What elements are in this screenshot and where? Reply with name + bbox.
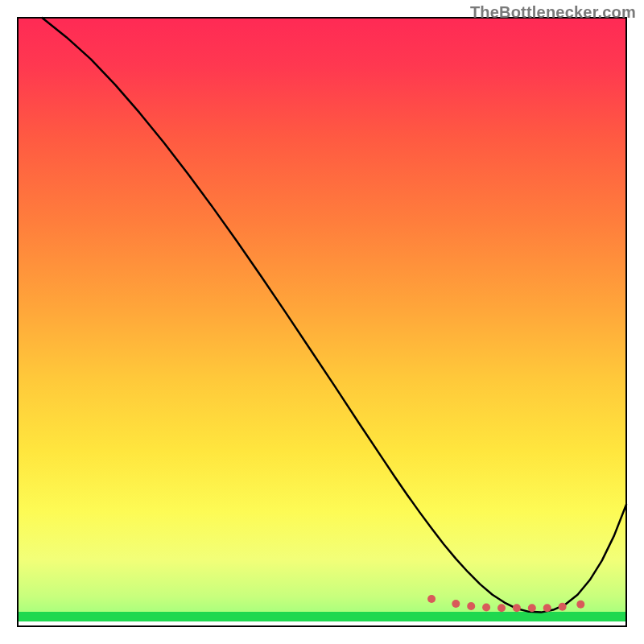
marker-dot <box>559 603 567 611</box>
marker-dot <box>467 602 475 610</box>
gradient-background <box>18 18 626 620</box>
green-band <box>18 612 626 621</box>
marker-dot <box>497 604 506 612</box>
attribution-text: TheBottlenecker.com <box>470 3 636 22</box>
marker-dot <box>513 604 521 612</box>
marker-dot <box>452 600 460 608</box>
marker-dot <box>528 604 536 612</box>
marker-dot <box>543 604 551 612</box>
marker-dot <box>576 601 584 609</box>
chart-stage: TheBottlenecker.com <box>0 0 644 644</box>
marker-dot <box>482 604 490 612</box>
bottleneck-chart <box>0 0 644 644</box>
marker-dot <box>427 595 436 603</box>
